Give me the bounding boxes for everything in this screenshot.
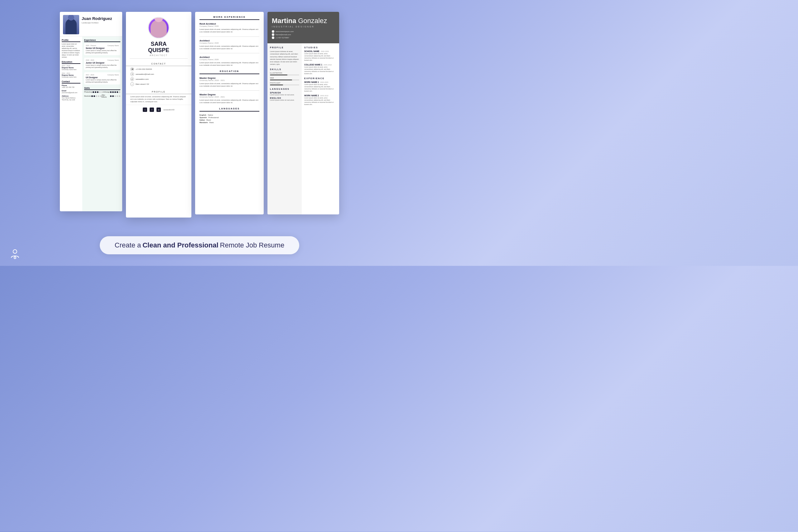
r4-profile-title: PROFILE [270,46,299,49]
resume2-profile-text: Lorem ipsum dolor sit amet, consectetur … [126,95,191,103]
r4-study-1: SCHOOL NAME 2000-2005 Lorem ipsum dolor … [304,50,337,61]
r1-profile-title: Profile [62,39,80,42]
r4-skill-web: WEB [270,77,299,80]
r4-studies-title: STUDIES [304,46,337,49]
r1-contact-title: Contact [62,80,80,83]
r1-skills-title: Skills [84,87,120,90]
sara-silhouette-icon [151,20,167,38]
resume4-firstname: Martina [272,17,296,25]
r3-exp-1: Revit Architect Company Name | 2020 Lore… [200,22,259,33]
resume1-name: Juan Rodriguez [82,16,119,21]
r1-contact-address: Address Your Street Address Town/City, z… [62,95,80,101]
resume4-body: PROFILE Lorem ipsum dolorea sit amet, co… [267,43,339,214]
r4-lang-spanish: SPANISH Lorem ipsum dolor sit real amet. [270,92,299,96]
r4-skill-illustration: ILLUSTRATION [270,72,299,75]
r1-skill-row-1: Photoshop InDesign [84,91,120,93]
r4-exp-1: WORK NAME 1 2000-2005 Lorem ipsum dolor … [304,81,337,92]
r3-lang-3: Italian · Basic [200,119,259,121]
web-icon [272,30,274,33]
resume2-profile-header: PROFILE [126,89,191,94]
r1-contact-phone: Phone +000 123 456 789 [62,84,80,88]
r4-languages-title: LANGUAGES [270,88,299,90]
r4-lang-english: ENGLISH Lorem ipsum dolor sit real amet. [270,97,299,101]
resume2-photo [148,17,170,39]
svg-line-4 [15,256,16,256]
resume1-left-col: Profile Lorem ipsum dolor sit amet, cons… [60,36,82,211]
r4-skills-title: SKILLS [270,68,299,71]
resume-card-3: WORK EXPERIENCE Revit Architect Company … [195,12,264,214]
resume-card-4: Martina Gonzalez INDUSTRIAL DESIGNER www… [267,12,339,214]
cta-pill[interactable]: Create a Clean and Professional Remote J… [100,236,299,254]
twitter-icon: t [143,108,147,112]
linkedin-icon: in [156,108,161,112]
resume1-header: Juan Rodriguez Landscape Architect [60,12,122,36]
email-icon [272,33,274,36]
resume1-body: Profile Lorem ipsum dolor sit amet, cons… [60,36,122,211]
resume1-photo [63,15,79,34]
r3-exp-3: Architect Company Name | 2020 Lorem ipsu… [200,56,259,67]
resume1-name-block: Juan Rodriguez Landscape Architect [82,15,119,24]
cta-bold: Clean and Professional [142,241,218,249]
resume4-phone: +1 407 5175897 [272,36,335,39]
r3-languages-header: LANGUAGES [200,107,259,112]
r1-edu-item-1: 2014 - 2018 Degree Name University name … [62,65,80,71]
r3-education-header: EDUCATION [200,70,259,74]
r3-lang-1: English · Native [200,114,259,116]
r1-contact-email: Email yourname@gmail.com [62,90,80,94]
bottom-section: Create a Clean and Professional Remote J… [0,224,399,266]
resume4-website: www.loremipsum.com [272,30,335,33]
resume4-left-col: PROFILE Lorem ipsum dolorea sit amet, co… [267,43,302,214]
resume4-right-col: STUDIES SCHOOL NAME 2000-2005 Lorem ipsu… [302,43,339,214]
web-icon: @ [130,77,134,81]
resume2-name: SARA QUISPE [148,41,169,54]
resume4-jobtitle: INDUSTRIAL DESIGNER [272,25,335,28]
r1-exp-item-2: 2018 - 2020 Company Name Junior UX Desig… [84,58,120,70]
resume4-header: Martina Gonzalez INDUSTRIAL DESIGNER www… [267,12,339,43]
r3-exp-2: Architect Company Name | 2020 Lorem ipsu… [200,39,259,50]
r1-profile-text: Lorem ipsum dolor sit amet, consectetur … [62,43,80,58]
r3-edu-1: Master Degree University Name | 2020 - 2… [200,77,259,88]
r3-lang-list: English · Native Spanish · Professional … [200,114,259,124]
r3-lang-2: Spanish · Professional [200,117,259,118]
r4-study-2: COLLEGE NAME 1 2005-2010 Lorem ipsum dol… [304,63,337,75]
resume2-email: ✉ sarawalton@mail.com [126,72,191,76]
r1-exp-item-1: 2020 - Present Company Name Senior UX De… [84,43,120,55]
email-icon: ✉ [130,72,134,76]
resumes-container: Juan Rodriguez Landscape Architect Profi… [0,0,399,224]
resume1-right-col: Experience 2020 - Present Company Name S… [82,36,122,211]
r4-exp-2: WORK NAME 2 2005-2010 Lorem ipsum dolor … [304,94,337,106]
resume4-email: Name@email.com [272,33,335,36]
cta-prefix: Create a [115,241,141,249]
r4-experience-title: EXPERIENCE [304,77,337,79]
facebook-icon: f [150,108,154,112]
r1-edu-item-2: 2012 - 2014 Degree Name University name … [62,72,80,78]
resume2-phone: ☎ +2 434-232-534234 [126,67,191,71]
address-icon: ⌂ [130,82,134,86]
r1-education-title: Education [62,61,80,64]
r4-skill-photo: PHOTO EDIT [270,82,299,86]
r3-work-exp-header: WORK EXPERIENCE [200,16,259,20]
resume-card-2: SARA QUISPE ARCHITECT CONTACT ☎ +2 434-2… [126,12,191,217]
resume1-title: Landscape Architect [82,22,119,24]
resume2-website: @ sarawalton.com [126,77,191,81]
phone-icon [272,36,274,39]
r3-lang-4: Mandarin · Basic [200,121,259,124]
resume2-subtitle: ARCHITECT [130,54,188,59]
svg-point-0 [13,250,17,253]
r3-edu-2: Master Degree University Name | 2020 - 2… [200,93,259,104]
person-silhouette-icon [65,19,77,34]
resume2-top: SARA QUISPE ARCHITECT [126,12,191,61]
resume4-lastname: Gonzalez [298,17,327,25]
resume-card-1: Juan Rodriguez Landscape Architect Profi… [60,12,122,211]
r1-exp-item-3: 2017 - 2018 Company Name UX Designer Lor… [84,72,120,84]
resume4-name-row: Martina Gonzalez [272,17,335,25]
r1-edu-uni-1: University name here [62,69,80,71]
resume2-contact-header: CONTACT [126,61,191,66]
resume2-social: t f in sarawalton92 [126,105,191,114]
r4-profile-text: Lorem ipsum dolorea sit amet, consecteue… [270,50,299,66]
resume2-address: ⌂ Main street # 32 [126,82,191,86]
logo-icon [10,248,21,260]
r1-edu-uni-2: University name here [62,76,80,78]
svg-line-3 [14,256,15,256]
r1-exp-title: Experience [84,39,120,42]
